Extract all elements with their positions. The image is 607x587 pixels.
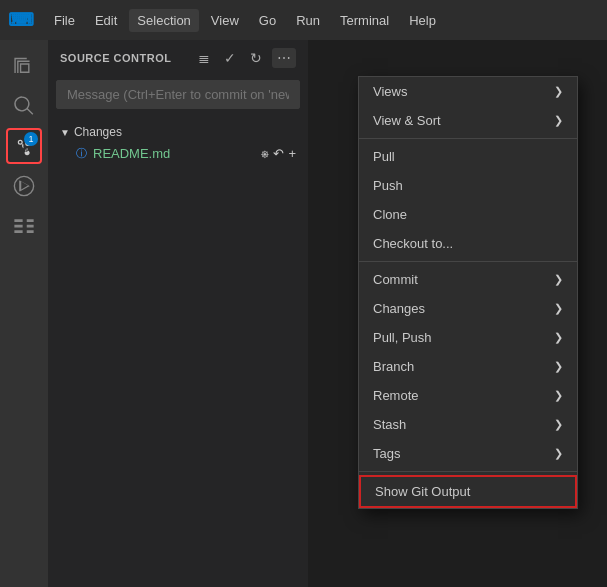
menu-item-commit[interactable]: Commit ❯ bbox=[359, 265, 577, 294]
menu-item-branch-label: Branch bbox=[373, 359, 414, 374]
menu-terminal[interactable]: Terminal bbox=[332, 9, 397, 32]
file-discard-icon[interactable]: ↶ bbox=[273, 146, 284, 161]
menu-item-stash-label: Stash bbox=[373, 417, 406, 432]
menu-item-stash[interactable]: Stash ❯ bbox=[359, 410, 577, 439]
menu-item-pull-push-arrow: ❯ bbox=[554, 331, 563, 344]
menu-item-changes-arrow: ❯ bbox=[554, 302, 563, 315]
menu-run[interactable]: Run bbox=[288, 9, 328, 32]
source-control-badge: 1 bbox=[24, 132, 38, 146]
menu-item-changes-label: Changes bbox=[373, 301, 425, 316]
file-name: README.md bbox=[93, 146, 261, 161]
menu-help[interactable]: Help bbox=[401, 9, 444, 32]
sc-check-icon[interactable]: ✓ bbox=[220, 48, 240, 68]
sc-action-icons: ≣ ✓ ↻ ⋯ bbox=[194, 48, 296, 68]
commit-message-input[interactable] bbox=[56, 80, 300, 109]
menu-item-show-git-output-label: Show Git Output bbox=[375, 484, 470, 499]
vscode-logo: ⌨ bbox=[8, 9, 34, 31]
menu-item-changes[interactable]: Changes ❯ bbox=[359, 294, 577, 323]
menu-divider-2 bbox=[359, 261, 577, 262]
menu-item-pull-push[interactable]: Pull, Push ❯ bbox=[359, 323, 577, 352]
menu-go[interactable]: Go bbox=[251, 9, 284, 32]
activity-extensions[interactable] bbox=[6, 208, 42, 244]
activity-search[interactable] bbox=[6, 88, 42, 124]
activity-run[interactable] bbox=[6, 168, 42, 204]
file-info-icon: ⓘ bbox=[76, 146, 87, 161]
menu-edit[interactable]: Edit bbox=[87, 9, 125, 32]
menu-divider-1 bbox=[359, 138, 577, 139]
menu-item-branch-arrow: ❯ bbox=[554, 360, 563, 373]
menu-item-clone[interactable]: Clone bbox=[359, 200, 577, 229]
menu-bar: File Edit Selection View Go Run Terminal… bbox=[46, 9, 444, 32]
menu-item-stash-arrow: ❯ bbox=[554, 418, 563, 431]
menu-item-checkout[interactable]: Checkout to... bbox=[359, 229, 577, 258]
main-layout: 1 SOURCE CONTROL ≣ ✓ ↻ ⋯ bbox=[0, 40, 607, 587]
source-control-header: SOURCE CONTROL ≣ ✓ ↻ ⋯ bbox=[48, 40, 308, 113]
sc-title: SOURCE CONTROL bbox=[60, 52, 172, 64]
menu-item-views-label: Views bbox=[373, 84, 407, 99]
menu-item-tags-label: Tags bbox=[373, 446, 400, 461]
sc-header-bar: SOURCE CONTROL ≣ ✓ ↻ ⋯ bbox=[48, 40, 308, 76]
sidebar: SOURCE CONTROL ≣ ✓ ↻ ⋯ ▼ Changes ⓘ READM… bbox=[48, 40, 308, 587]
file-action-buttons: ⎈ ↶ + bbox=[261, 146, 296, 161]
menu-item-commit-arrow: ❯ bbox=[554, 273, 563, 286]
menu-item-view-sort-arrow: ❯ bbox=[554, 114, 563, 127]
file-open-icon[interactable]: ⎈ bbox=[261, 146, 269, 161]
menu-item-show-git-output[interactable]: Show Git Output bbox=[359, 475, 577, 508]
changes-chevron-icon: ▼ bbox=[60, 127, 70, 138]
menu-item-commit-label: Commit bbox=[373, 272, 418, 287]
menu-file[interactable]: File bbox=[46, 9, 83, 32]
menu-item-views-arrow: ❯ bbox=[554, 85, 563, 98]
menu-divider-3 bbox=[359, 471, 577, 472]
menu-view[interactable]: View bbox=[203, 9, 247, 32]
menu-item-branch[interactable]: Branch ❯ bbox=[359, 352, 577, 381]
menu-item-remote-arrow: ❯ bbox=[554, 389, 563, 402]
file-item-readme[interactable]: ⓘ README.md ⎈ ↶ + bbox=[48, 143, 308, 164]
menu-item-remote[interactable]: Remote ❯ bbox=[359, 381, 577, 410]
context-menu: Views ❯ View & Sort ❯ Pull Push Clone Ch… bbox=[358, 76, 578, 509]
menu-item-push[interactable]: Push bbox=[359, 171, 577, 200]
menu-item-clone-label: Clone bbox=[373, 207, 407, 222]
menu-item-tags-arrow: ❯ bbox=[554, 447, 563, 460]
changes-section: ▼ Changes ⓘ README.md ⎈ ↶ + bbox=[48, 121, 308, 164]
changes-label: Changes bbox=[74, 125, 122, 139]
sc-more-icon[interactable]: ⋯ bbox=[272, 48, 296, 68]
menu-item-pull-push-label: Pull, Push bbox=[373, 330, 432, 345]
menu-item-views[interactable]: Views ❯ bbox=[359, 77, 577, 106]
activity-bar: 1 bbox=[0, 40, 48, 587]
sc-refresh-icon[interactable]: ↻ bbox=[246, 48, 266, 68]
menu-item-tags[interactable]: Tags ❯ bbox=[359, 439, 577, 468]
menu-item-pull-label: Pull bbox=[373, 149, 395, 164]
titlebar: ⌨ File Edit Selection View Go Run Termin… bbox=[0, 0, 607, 40]
menu-selection[interactable]: Selection bbox=[129, 9, 198, 32]
menu-item-checkout-label: Checkout to... bbox=[373, 236, 453, 251]
changes-header[interactable]: ▼ Changes bbox=[48, 121, 308, 143]
menu-item-remote-label: Remote bbox=[373, 388, 419, 403]
sc-branch-icon[interactable]: ≣ bbox=[194, 48, 214, 68]
menu-item-view-sort[interactable]: View & Sort ❯ bbox=[359, 106, 577, 135]
svg-point-0 bbox=[14, 176, 33, 195]
activity-explorer[interactable] bbox=[6, 48, 42, 84]
activity-source-control[interactable]: 1 bbox=[6, 128, 42, 164]
menu-item-pull[interactable]: Pull bbox=[359, 142, 577, 171]
menu-item-view-sort-label: View & Sort bbox=[373, 113, 441, 128]
menu-item-push-label: Push bbox=[373, 178, 403, 193]
file-stage-icon[interactable]: + bbox=[288, 146, 296, 161]
